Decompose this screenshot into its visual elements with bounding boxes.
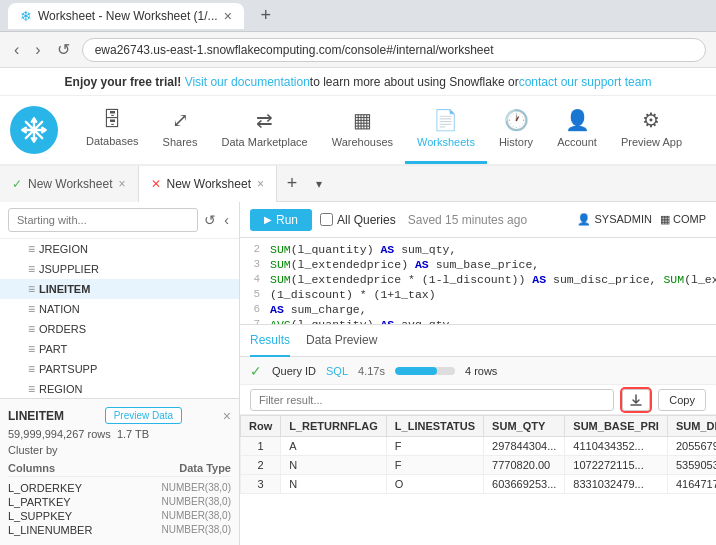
worksheet-tabs-bar: ✓ New Worksheet × ✕ New Worksheet × + ▾: [0, 166, 716, 202]
nav-item-worksheets[interactable]: 📄 Worksheets: [405, 94, 487, 164]
tab-check-icon-1: ✓: [12, 177, 22, 191]
history-icon: 🕐: [504, 108, 529, 132]
run-button[interactable]: ▶ Run: [250, 209, 312, 231]
copy-button[interactable]: Copy: [658, 389, 706, 411]
col-header-sumdisc: SUM_DISC_PR: [667, 416, 716, 437]
code-line-3: 3 SUM(l_extendedprice) AS sum_base_price…: [240, 257, 716, 272]
nav-item-warehouses[interactable]: ▦ Warehouses: [320, 94, 405, 164]
column-row-linenumber: L_LINENUMBER NUMBER(38,0): [8, 523, 231, 537]
data-marketplace-icon: ⇄: [256, 108, 273, 132]
worksheet-tab-1[interactable]: ✓ New Worksheet ×: [0, 166, 139, 202]
warehouses-icon: ▦: [353, 108, 372, 132]
filter-bar: Copy: [240, 385, 716, 415]
tree-item-partsupp[interactable]: ≡ PARTSUPP: [0, 359, 239, 379]
cell-row-1: 1: [241, 437, 281, 456]
code-line-2: 2 SUM(l_quantity) AS sum_qty,: [240, 242, 716, 257]
refresh-button[interactable]: ↺: [53, 38, 74, 61]
account-icon: 👤: [565, 108, 590, 132]
column-row-partkey: L_PARTKEY NUMBER(38,0): [8, 495, 231, 509]
browser-tab-active[interactable]: ❄ Worksheet - New Worksheet (1/... ×: [8, 3, 244, 29]
role-badge[interactable]: 👤 SYSADMIN: [577, 213, 652, 226]
cell-sumdisc-1: 205567949...: [667, 437, 716, 456]
tab-data-preview[interactable]: Data Preview: [306, 325, 377, 357]
tree-label-part: PART: [39, 343, 67, 355]
main-layout: ↺ ‹ ≡ JREGION ≡ JSUPPLIER ≡ LINEITEM: [0, 202, 716, 545]
tree-label-orders: ORDERS: [39, 323, 86, 335]
tree-item-jregion[interactable]: ≡ JREGION: [0, 239, 239, 259]
nav-item-shares[interactable]: ⤢ Shares: [151, 94, 210, 164]
promo-link-docs[interactable]: Visit our documentation: [185, 75, 310, 89]
all-queries-checkbox[interactable]: [320, 213, 333, 226]
download-icon: [629, 393, 643, 407]
saved-status: Saved 15 minutes ago: [408, 213, 527, 227]
tree-item-lineitem[interactable]: ≡ LINEITEM: [0, 279, 239, 299]
results-tabs: Results Data Preview: [240, 325, 716, 357]
cell-sumdisc-2: 535905337...: [667, 456, 716, 475]
download-button[interactable]: [622, 389, 650, 411]
table-icon-orders: ≡: [28, 322, 35, 336]
table-icon-lineitem: ≡: [28, 282, 35, 296]
tree-item-jsupplier[interactable]: ≡ JSUPPLIER: [0, 259, 239, 279]
tree-label-partsupp: PARTSUPP: [39, 363, 97, 375]
app-header: 🗄 Databases ⤢ Shares ⇄ Data Marketplace …: [0, 96, 716, 166]
columns-header: Columns Data Type: [8, 462, 231, 477]
snowflake-icon: [20, 116, 48, 144]
worksheet-tab-1-close[interactable]: ×: [118, 177, 125, 191]
col-header-sumbase: SUM_BASE_PRI: [565, 416, 668, 437]
promo-link-support[interactable]: contact our support team: [519, 75, 652, 89]
add-worksheet-button[interactable]: +: [277, 166, 307, 202]
filter-input[interactable]: [250, 389, 614, 411]
warehouse-badge[interactable]: ▦ COMP: [660, 213, 706, 226]
code-line-4: 4 SUM(l_extendedprice * (1-l_discount)) …: [240, 272, 716, 287]
tab-close-button[interactable]: ×: [224, 8, 232, 24]
preview-app-icon: ⚙: [642, 108, 660, 132]
code-editor[interactable]: 2 SUM(l_quantity) AS sum_qty, 3 SUM(l_ex…: [240, 238, 716, 325]
nav-item-account[interactable]: 👤 Account: [545, 94, 609, 164]
sidebar-controls: ↺ ‹: [202, 210, 231, 230]
table-info-close-button[interactable]: ×: [223, 408, 231, 424]
query-success-icon: ✓: [250, 363, 262, 379]
worksheet-tab-2-label: New Worksheet: [167, 177, 251, 191]
nav-item-databases[interactable]: 🗄 Databases: [74, 94, 151, 164]
query-progress-fill: [395, 367, 437, 375]
new-tab-button[interactable]: +: [252, 3, 280, 29]
preview-data-button[interactable]: Preview Data: [105, 407, 182, 424]
table-icon-jregion: ≡: [28, 242, 35, 256]
tab-title: Worksheet - New Worksheet (1/...: [38, 9, 218, 23]
results-table: Row L_RETURNFLAG L_LINESTATUS SUM_QTY SU…: [240, 415, 716, 545]
tab-results[interactable]: Results: [250, 325, 290, 357]
sidebar-refresh-button[interactable]: ↺: [202, 210, 218, 230]
query-sql-link[interactable]: SQL: [326, 365, 348, 377]
cell-sumqty-1: 297844304...: [484, 437, 565, 456]
address-input[interactable]: [82, 38, 706, 62]
tree-item-region[interactable]: ≡ REGION: [0, 379, 239, 398]
query-id-label: Query ID: [272, 365, 316, 377]
snowflake-logo[interactable]: [10, 106, 58, 154]
tree-item-orders[interactable]: ≡ ORDERS: [0, 319, 239, 339]
cell-sumqty-2: 7770820.00: [484, 456, 565, 475]
worksheet-tab-2-close[interactable]: ×: [257, 177, 264, 191]
data-table: Row L_RETURNFLAG L_LINESTATUS SUM_QTY SU…: [240, 415, 716, 494]
nav-item-history[interactable]: 🕐 History: [487, 94, 545, 164]
back-button[interactable]: ‹: [10, 39, 23, 61]
tree-label-nation: NATION: [39, 303, 80, 315]
run-label: Run: [276, 213, 298, 227]
nav-label-preview-app: Preview App: [621, 136, 682, 148]
tree-item-part[interactable]: ≡ PART: [0, 339, 239, 359]
table-icon-partsupp: ≡: [28, 362, 35, 376]
nav-item-data-marketplace[interactable]: ⇄ Data Marketplace: [209, 94, 319, 164]
nav-item-preview-app[interactable]: ⚙ Preview App: [609, 94, 694, 164]
left-sidebar: ↺ ‹ ≡ JREGION ≡ JSUPPLIER ≡ LINEITEM: [0, 202, 240, 545]
cell-linestatus-2: F: [386, 456, 483, 475]
database-tree: ≡ JREGION ≡ JSUPPLIER ≡ LINEITEM ≡ NATIO…: [0, 239, 239, 398]
db-search-input[interactable]: [8, 208, 198, 232]
cell-sumqty-3: 603669253...: [484, 475, 565, 494]
tree-item-nation[interactable]: ≡ NATION: [0, 299, 239, 319]
forward-button[interactable]: ›: [31, 39, 44, 61]
all-queries-checkbox-label[interactable]: All Queries: [320, 213, 396, 227]
worksheet-dropdown-button[interactable]: ▾: [307, 166, 331, 202]
sidebar-collapse-button[interactable]: ‹: [222, 210, 231, 230]
tree-label-lineitem: LINEITEM: [39, 283, 90, 295]
worksheet-tab-1-label: New Worksheet: [28, 177, 112, 191]
worksheet-tab-2[interactable]: ✕ New Worksheet ×: [139, 166, 278, 202]
